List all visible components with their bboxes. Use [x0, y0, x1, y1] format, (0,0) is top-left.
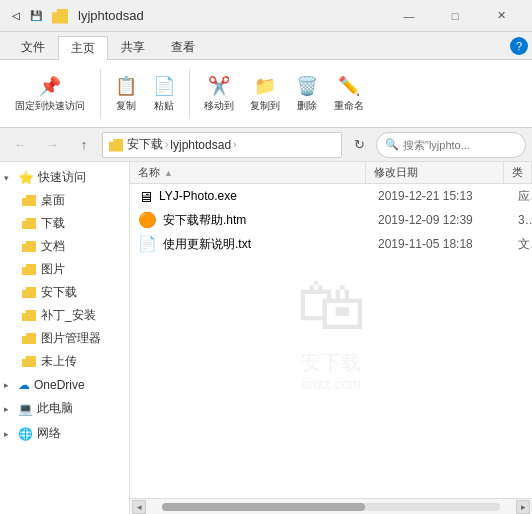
sidebar-item-anzaixia[interactable]: 安下载 [0, 281, 129, 304]
copy-button[interactable]: 📋 复制 [109, 71, 143, 117]
path-segment-1[interactable]: 安下载 [127, 136, 163, 153]
search-input[interactable] [403, 139, 517, 151]
close-button[interactable]: ✕ [478, 0, 524, 32]
sidebar-label-anzaixia: 安下载 [41, 284, 77, 301]
sidebar-item-upload[interactable]: 未上传 [0, 350, 129, 373]
help-button[interactable]: ? [510, 37, 528, 55]
watermark-text: 安下载 [301, 349, 361, 376]
forward-button[interactable]: → [38, 132, 66, 158]
main-layout: ▾ ⭐ 快速访问 桌面 下载 文档 图片 安下载 [0, 162, 532, 514]
sidebar-item-patch[interactable]: 补丁_安装 [0, 304, 129, 327]
folder-anzaixia-icon [22, 287, 36, 298]
onedrive-label: OneDrive [34, 378, 85, 392]
folder-docs-icon [22, 241, 36, 252]
folder-pics-icon [22, 264, 36, 275]
address-path[interactable]: 安下载 › lyjphtodsad › [102, 132, 342, 158]
thispc-label: 此电脑 [37, 400, 73, 417]
table-row[interactable]: 🖥 LYJ-Photo.exe 2019-12-21 15:13 应用 [130, 184, 532, 208]
sidebar-item-pics[interactable]: 图片 [0, 258, 129, 281]
path-segment-2[interactable]: lyjphtodsad [170, 138, 231, 152]
path-folder-icon [109, 138, 123, 152]
back-icon: ◁ [8, 8, 24, 24]
file-rows: 🛍 安下载 anxz.com 🖥 LYJ-Photo.exe 2019-12-2… [130, 184, 532, 498]
thispc-icon: 💻 [18, 402, 33, 416]
search-box[interactable]: 🔍 [376, 132, 526, 158]
sidebar-onedrive-section: ▸ ☁ OneDrive [0, 375, 129, 395]
tab-view[interactable]: 查看 [158, 35, 208, 59]
chevron-icon-2: › [233, 139, 236, 150]
folder-desktop-icon [22, 195, 36, 206]
file-name-1: 🟠 安下载帮助.htm [130, 211, 370, 229]
copy-to-button[interactable]: 📁 复制到 [244, 71, 286, 117]
title-bar: ◁ 💾 lyjphtodsad — □ ✕ [0, 0, 532, 32]
back-button[interactable]: ← [6, 132, 34, 158]
delete-button[interactable]: 🗑️ 删除 [290, 71, 324, 117]
paste-button[interactable]: 📄 粘贴 [147, 71, 181, 117]
col-header-date[interactable]: 修改日期 [366, 162, 504, 183]
quick-access-label: 快速访问 [38, 169, 86, 186]
sidebar-label-docs: 文档 [41, 238, 65, 255]
sidebar: ▾ ⭐ 快速访问 桌面 下载 文档 图片 安下载 [0, 162, 130, 514]
sidebar-label-imgmgr: 图片管理器 [41, 330, 101, 347]
rename-button[interactable]: ✏️ 重命名 [328, 71, 370, 117]
up-button[interactable]: ↑ [70, 132, 98, 158]
refresh-button[interactable]: ↻ [346, 132, 372, 158]
file-area: 名称 ▲ 修改日期 类 🛍 安下载 anxz.com 🖥 LYJ-Photo.e… [130, 162, 532, 514]
scroll-left-button[interactable]: ◂ [132, 500, 146, 514]
title-bar-icons: ◁ 💾 [8, 8, 44, 24]
sidebar-item-desktop[interactable]: 桌面 [0, 189, 129, 212]
file-date-0: 2019-12-21 15:13 [370, 189, 510, 203]
file-type-0: 应用 [510, 188, 532, 205]
expand-arrow: ▾ [4, 173, 14, 183]
sidebar-item-download[interactable]: 下载 [0, 212, 129, 235]
save-icon: 💾 [28, 8, 44, 24]
sidebar-label-desktop: 桌面 [41, 192, 65, 209]
col-header-name[interactable]: 名称 ▲ [130, 162, 366, 183]
table-row[interactable]: 📄 使用更新说明.txt 2019-11-05 18:18 文本 [130, 232, 532, 256]
sidebar-quick-access-header[interactable]: ▾ ⭐ 快速访问 [0, 166, 129, 189]
star-icon: ⭐ [18, 170, 34, 185]
file-name-0: 🖥 LYJ-Photo.exe [130, 188, 370, 205]
sidebar-item-docs[interactable]: 文档 [0, 235, 129, 258]
network-label: 网络 [37, 425, 61, 442]
folder-imgmgr-icon [22, 333, 36, 344]
sidebar-onedrive-header[interactable]: ▸ ☁ OneDrive [0, 375, 129, 395]
ribbon-tabs: 文件 主页 共享 查看 ? [0, 32, 532, 60]
sidebar-label-pics: 图片 [41, 261, 65, 278]
watermark-bag-icon: 🛍 [296, 265, 366, 345]
sidebar-quick-access: ▾ ⭐ 快速访问 桌面 下载 文档 图片 安下载 [0, 166, 129, 373]
sidebar-thispc-header[interactable]: ▸ 💻 此电脑 [0, 397, 129, 420]
minimize-button[interactable]: — [386, 0, 432, 32]
horizontal-scrollbar[interactable]: ◂ ▸ [130, 498, 532, 514]
network-expand-arrow: ▸ [4, 429, 14, 439]
watermark-subtext: anxz.com [301, 376, 361, 392]
table-row[interactable]: 🟠 安下载帮助.htm 2019-12-09 12:39 36 [130, 208, 532, 232]
scroll-right-button[interactable]: ▸ [516, 500, 530, 514]
tab-share[interactable]: 共享 [108, 35, 158, 59]
scrollbar-thumb[interactable] [162, 503, 365, 511]
txt-icon: 📄 [138, 235, 157, 253]
file-date-2: 2019-11-05 18:18 [370, 237, 510, 251]
window-title: lyjphtodsad [78, 8, 144, 23]
thispc-expand-arrow: ▸ [4, 404, 14, 414]
tab-home[interactable]: 主页 [58, 36, 108, 60]
file-name-2: 📄 使用更新说明.txt [130, 235, 370, 253]
sidebar-label-patch: 补丁_安装 [41, 307, 96, 324]
onedrive-icon: ☁ [18, 378, 30, 392]
htm-icon: 🟠 [138, 211, 157, 229]
col-header-type[interactable]: 类 [504, 162, 532, 183]
move-button[interactable]: ✂️ 移动到 [198, 71, 240, 117]
folder-upload-icon [22, 356, 36, 367]
maximize-button[interactable]: □ [432, 0, 478, 32]
pin-button[interactable]: 📌 固定到快速访问 [8, 70, 92, 118]
exe-icon: 🖥 [138, 188, 153, 205]
sidebar-item-imgmgr[interactable]: 图片管理器 [0, 327, 129, 350]
scrollbar-track[interactable] [162, 503, 500, 511]
sidebar-network-section: ▸ 🌐 网络 [0, 422, 129, 445]
sidebar-network-header[interactable]: ▸ 🌐 网络 [0, 422, 129, 445]
tab-file[interactable]: 文件 [8, 35, 58, 59]
file-list-header: 名称 ▲ 修改日期 类 [130, 162, 532, 184]
ribbon-toolbar: 📌 固定到快速访问 📋 复制 📄 粘贴 ✂️ 移动到 📁 复制到 🗑️ 删除 ✏… [0, 60, 532, 128]
search-icon: 🔍 [385, 138, 399, 151]
onedrive-expand-arrow: ▸ [4, 380, 14, 390]
